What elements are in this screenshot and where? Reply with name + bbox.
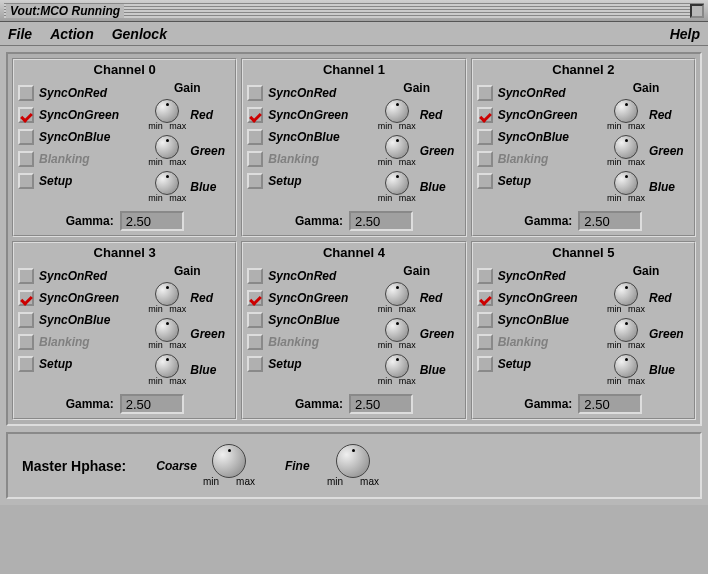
green-gain-dial[interactable]: [385, 318, 409, 342]
gain-label: Gain: [633, 264, 660, 278]
setup-checkbox[interactable]: [247, 173, 263, 189]
gain-label: Gain: [403, 264, 430, 278]
red-gain-dial[interactable]: [614, 99, 638, 123]
sync-on-green-checkbox[interactable]: [247, 107, 263, 123]
setup-row: Setup: [247, 356, 364, 372]
red-gain-dial[interactable]: [385, 99, 409, 123]
blue-gain-dial[interactable]: [385, 354, 409, 378]
blue-gain-dial[interactable]: [614, 171, 638, 195]
sync-on-blue-checkbox[interactable]: [247, 312, 263, 328]
coarse-label: Coarse: [156, 459, 197, 473]
sync-on-green-row: SyncOnGreen: [247, 290, 364, 306]
fine-dial[interactable]: [336, 444, 370, 478]
sync-on-red-checkbox[interactable]: [247, 85, 263, 101]
menu-help[interactable]: Help: [670, 26, 700, 42]
sync-on-red-checkbox[interactable]: [247, 268, 263, 284]
fine-label: Fine: [285, 459, 321, 473]
green-gain-dial[interactable]: [385, 135, 409, 159]
sync-on-red-row: SyncOnRed: [247, 268, 364, 284]
menu-file[interactable]: File: [8, 26, 32, 42]
channel-title: Channel 3: [18, 245, 231, 260]
blanking-checkbox: [247, 334, 263, 350]
sync-on-blue-checkbox[interactable]: [477, 312, 493, 328]
gamma-label: Gamma:: [524, 397, 572, 411]
sync-on-red-checkbox[interactable]: [18, 268, 34, 284]
sync-on-blue-row: SyncOnBlue: [247, 312, 364, 328]
green-gain-dial[interactable]: [155, 318, 179, 342]
setup-row: Setup: [247, 173, 364, 189]
gain-label: Gain: [174, 81, 201, 95]
setup-checkbox[interactable]: [477, 173, 493, 189]
blue-gain-dial[interactable]: [614, 354, 638, 378]
gamma-label: Gamma:: [66, 214, 114, 228]
sync-on-blue-row: SyncOnBlue: [477, 129, 594, 145]
sync-on-green-checkbox[interactable]: [477, 107, 493, 123]
sync-on-blue-checkbox[interactable]: [18, 129, 34, 145]
sync-on-red-checkbox[interactable]: [477, 268, 493, 284]
red-gain-dial[interactable]: [155, 99, 179, 123]
sync-on-blue-row: SyncOnBlue: [18, 312, 135, 328]
sync-on-red-row: SyncOnRed: [18, 268, 135, 284]
setup-checkbox[interactable]: [247, 356, 263, 372]
coarse-dial[interactable]: [212, 444, 246, 478]
gamma-label: Gamma:: [524, 214, 572, 228]
red-gain-dial[interactable]: [614, 282, 638, 306]
blanking-row: Blanking: [18, 151, 135, 167]
gamma-input[interactable]: [349, 394, 413, 414]
sync-on-red-checkbox[interactable]: [477, 85, 493, 101]
sync-on-blue-checkbox[interactable]: [477, 129, 493, 145]
channel-grid: Channel 0 SyncOnRed SyncOnGreen SyncOnBl…: [6, 52, 702, 426]
setup-row: Setup: [18, 356, 135, 372]
blanking-checkbox: [18, 151, 34, 167]
gain-label: Gain: [403, 81, 430, 95]
minimize-button[interactable]: [690, 4, 704, 18]
setup-checkbox[interactable]: [18, 173, 34, 189]
sync-on-green-checkbox[interactable]: [18, 107, 34, 123]
sync-on-green-checkbox[interactable]: [477, 290, 493, 306]
red-gain-dial[interactable]: [155, 282, 179, 306]
setup-checkbox[interactable]: [477, 356, 493, 372]
blanking-row: Blanking: [477, 334, 594, 350]
channel-title: Channel 0: [18, 62, 231, 77]
channel-title: Channel 5: [477, 245, 690, 260]
gamma-label: Gamma:: [66, 397, 114, 411]
setup-row: Setup: [477, 173, 594, 189]
sync-on-red-checkbox[interactable]: [18, 85, 34, 101]
gamma-label: Gamma:: [295, 397, 343, 411]
gamma-input[interactable]: [578, 394, 642, 414]
sync-on-blue-checkbox[interactable]: [18, 312, 34, 328]
gamma-input[interactable]: [120, 394, 184, 414]
menu-action[interactable]: Action: [50, 26, 94, 42]
sync-on-green-checkbox[interactable]: [247, 290, 263, 306]
green-gain-dial[interactable]: [614, 135, 638, 159]
setup-checkbox[interactable]: [18, 356, 34, 372]
channel-title: Channel 4: [247, 245, 460, 260]
channel-panel-1: Channel 1 SyncOnRed SyncOnGreen SyncOnBl…: [241, 58, 466, 237]
sync-on-blue-checkbox[interactable]: [247, 129, 263, 145]
blanking-checkbox: [477, 334, 493, 350]
blanking-row: Blanking: [18, 334, 135, 350]
blue-gain-dial[interactable]: [155, 171, 179, 195]
sync-on-green-row: SyncOnGreen: [477, 107, 594, 123]
blanking-row: Blanking: [247, 334, 364, 350]
channel-panel-4: Channel 4 SyncOnRed SyncOnGreen SyncOnBl…: [241, 241, 466, 420]
green-gain-dial[interactable]: [614, 318, 638, 342]
sync-on-red-row: SyncOnRed: [18, 85, 135, 101]
channel-panel-0: Channel 0 SyncOnRed SyncOnGreen SyncOnBl…: [12, 58, 237, 237]
red-gain-dial[interactable]: [385, 282, 409, 306]
menu-bar: File Action Genlock Help: [0, 22, 708, 46]
gamma-input[interactable]: [349, 211, 413, 231]
blanking-checkbox: [477, 151, 493, 167]
sync-on-blue-row: SyncOnBlue: [18, 129, 135, 145]
sync-on-green-row: SyncOnGreen: [247, 107, 364, 123]
gamma-input[interactable]: [578, 211, 642, 231]
gamma-input[interactable]: [120, 211, 184, 231]
blue-gain-dial[interactable]: [385, 171, 409, 195]
sync-on-blue-row: SyncOnBlue: [247, 129, 364, 145]
blue-gain-dial[interactable]: [155, 354, 179, 378]
menu-genlock[interactable]: Genlock: [112, 26, 167, 42]
sync-on-red-row: SyncOnRed: [477, 85, 594, 101]
sync-on-green-checkbox[interactable]: [18, 290, 34, 306]
blanking-checkbox: [18, 334, 34, 350]
green-gain-dial[interactable]: [155, 135, 179, 159]
